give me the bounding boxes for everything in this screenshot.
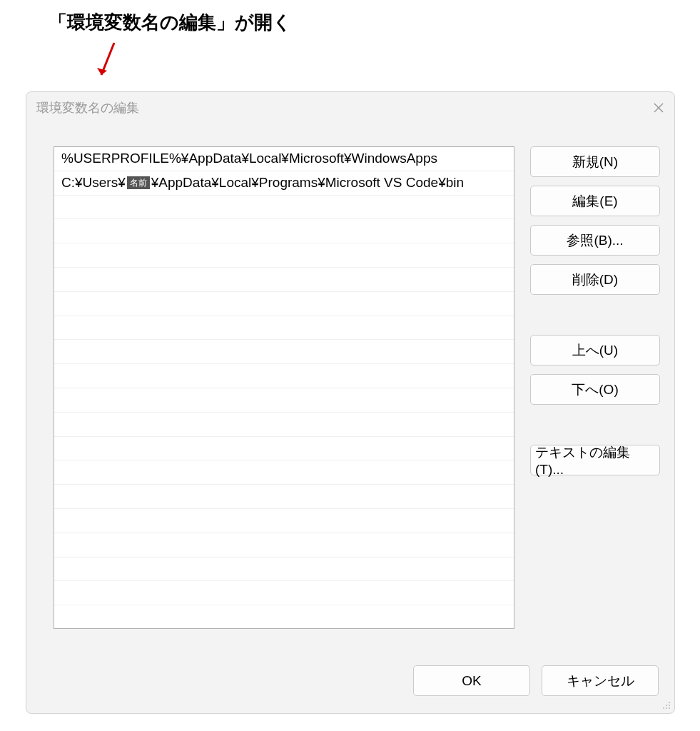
list-item[interactable] <box>54 581 514 605</box>
dialog-body: %USERPROFILE%¥AppData¥Local¥Microsoft¥Wi… <box>26 123 674 661</box>
list-item[interactable] <box>54 316 514 341</box>
list-item[interactable] <box>54 268 514 292</box>
svg-point-8 <box>666 707 667 709</box>
close-icon[interactable] <box>650 99 667 116</box>
list-item-text-suffix: ¥AppData¥Local¥Programs¥Microsoft VS Cod… <box>151 175 464 191</box>
redacted-username: 名前 <box>127 176 150 189</box>
list-item-text-prefix: C:¥Users¥ <box>61 175 126 191</box>
svg-marker-1 <box>97 68 107 75</box>
list-item[interactable] <box>54 509 514 533</box>
list-item[interactable] <box>54 340 514 364</box>
move-up-button[interactable]: 上へ(U) <box>530 335 660 366</box>
list-item[interactable]: C:¥Users¥名前¥AppData¥Local¥Programs¥Micro… <box>54 171 514 196</box>
svg-point-7 <box>663 707 664 709</box>
svg-point-6 <box>669 705 670 706</box>
dialog-footer: OK キャンセル <box>26 661 674 713</box>
list-item[interactable] <box>54 292 514 316</box>
path-listbox[interactable]: %USERPROFILE%¥AppData¥Local¥Microsoft¥Wi… <box>54 146 514 629</box>
svg-line-0 <box>101 43 114 75</box>
list-item[interactable] <box>54 243 514 268</box>
move-down-button[interactable]: 下へ(O) <box>530 374 660 405</box>
browse-button[interactable]: 参照(B)... <box>530 225 660 256</box>
cancel-button[interactable]: キャンセル <box>542 665 659 696</box>
ok-button[interactable]: OK <box>413 665 530 696</box>
svg-point-9 <box>669 707 670 709</box>
annotation-arrow-icon <box>93 39 121 82</box>
new-button[interactable]: 新規(N) <box>530 146 660 177</box>
list-item-text: %USERPROFILE%¥AppData¥Local¥Microsoft¥Wi… <box>61 151 437 166</box>
list-item[interactable] <box>54 485 514 509</box>
list-item[interactable] <box>54 605 514 629</box>
svg-point-5 <box>666 705 667 706</box>
list-item[interactable]: %USERPROFILE%¥AppData¥Local¥Microsoft¥Wi… <box>54 147 514 171</box>
side-button-column: 新規(N) 編集(E) 参照(B)... 削除(D) 上へ(U) 下へ(O) テ… <box>530 146 660 654</box>
dialog-title: 環境変数名の編集 <box>36 99 139 116</box>
dialog-titlebar: 環境変数名の編集 <box>26 92 674 123</box>
list-item[interactable] <box>54 413 514 437</box>
list-item[interactable] <box>54 460 514 485</box>
list-item[interactable] <box>54 196 514 220</box>
list-item[interactable] <box>54 219 514 243</box>
list-item[interactable] <box>54 533 514 558</box>
edit-button[interactable]: 編集(E) <box>530 186 660 216</box>
resize-grip-icon[interactable] <box>660 699 671 710</box>
edit-text-button[interactable]: テキストの編集(T)... <box>530 445 660 475</box>
list-item[interactable] <box>54 437 514 461</box>
annotation-caption: 「環境変数名の編集」が開く <box>49 10 292 35</box>
svg-point-4 <box>669 702 670 703</box>
list-item[interactable] <box>54 364 514 388</box>
list-item[interactable] <box>54 558 514 582</box>
delete-button[interactable]: 削除(D) <box>530 264 660 295</box>
list-item[interactable] <box>54 388 514 413</box>
edit-env-var-dialog: 環境変数名の編集 %USERPROFILE%¥AppData¥Local¥Mic… <box>26 91 675 714</box>
